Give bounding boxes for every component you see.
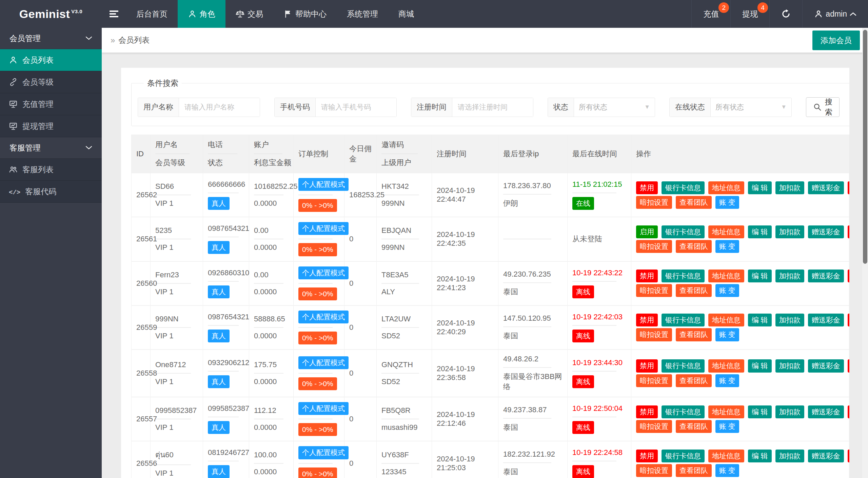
op-gift-button[interactable]: 赠送彩金 (808, 359, 844, 372)
refresh-button[interactable] (769, 0, 802, 28)
op-gift-button[interactable]: 赠送彩金 (808, 405, 844, 418)
recharge-nav-item[interactable]: 充值 2 (691, 0, 730, 28)
op-edit-button[interactable]: 编 辑 (748, 359, 772, 372)
op-bank-button[interactable]: 银行卡信息 (662, 314, 705, 326)
op-refresh-qr-button[interactable]: 刷新二维码 (848, 270, 849, 282)
op-account-change-button[interactable]: 账 变 (715, 420, 739, 433)
user-menu[interactable]: admin (802, 0, 868, 28)
nav-item-5[interactable]: 商城 (388, 0, 424, 28)
op-gift-button[interactable]: 赠送彩金 (808, 314, 844, 326)
op-bank-button[interactable]: 银行卡信息 (662, 270, 705, 282)
op-disable-button[interactable]: 禁用 (636, 270, 658, 282)
op-gift-button[interactable]: 赠送彩金 (808, 181, 844, 194)
order-percent-badge[interactable]: 0% - >0% (298, 332, 337, 344)
username-input[interactable] (179, 98, 260, 117)
order-percent-badge[interactable]: 0% - >0% (298, 423, 337, 436)
sidebar-item[interactable]: 会员列表 (0, 49, 102, 71)
op-address-button[interactable]: 地址信息 (708, 225, 744, 238)
op-view-team-button[interactable]: 查看团队 (676, 284, 712, 297)
sidebar-collapse-button[interactable] (102, 0, 126, 28)
op-enable-button[interactable]: 启用 (636, 225, 658, 238)
op-account-change-button[interactable]: 账 变 (715, 284, 739, 297)
op-view-team-button[interactable]: 查看团队 (676, 374, 712, 387)
op-edit-button[interactable]: 编 辑 (748, 405, 772, 418)
op-edit-button[interactable]: 编 辑 (748, 314, 772, 326)
sidebar-group-0[interactable]: 会员管理 (0, 28, 102, 49)
op-account-change-button[interactable]: 账 变 (715, 240, 739, 253)
op-refresh-qr-button[interactable]: 刷新二维码 (848, 181, 849, 194)
op-refresh-qr-button[interactable]: 刷新二维码 (848, 314, 849, 326)
op-hidden-deduct-button[interactable]: 暗扣设置 (636, 284, 672, 297)
personal-config-badge[interactable]: 个人配置模式 (298, 311, 349, 323)
op-gift-button[interactable]: 赠送彩金 (808, 270, 844, 282)
op-refresh-qr-button[interactable]: 刷新二维码 (848, 225, 849, 238)
personal-config-badge[interactable]: 个人配置模式 (298, 356, 349, 369)
op-edit-button[interactable]: 编 辑 (748, 450, 772, 462)
page-scrollbar[interactable] (862, 28, 868, 478)
op-view-team-button[interactable]: 查看团队 (676, 240, 712, 253)
sidebar-item[interactable]: 充值管理 (0, 93, 102, 115)
order-percent-badge[interactable]: 0% - >0% (298, 287, 337, 300)
status-select[interactable]: 所有状态 ▼ (574, 98, 655, 117)
nav-item-0[interactable]: 后台首页 (126, 0, 178, 28)
nav-item-2[interactable]: 交易 (225, 0, 273, 28)
op-hidden-deduct-button[interactable]: 暗扣设置 (636, 374, 672, 387)
nav-item-4[interactable]: 系统管理 (337, 0, 388, 28)
add-member-button[interactable]: 添加会员 (812, 31, 860, 50)
op-hidden-deduct-button[interactable]: 暗扣设置 (636, 464, 672, 477)
op-hidden-deduct-button[interactable]: 暗扣设置 (636, 196, 672, 209)
op-refresh-qr-button[interactable]: 刷新二维码 (848, 359, 849, 372)
op-view-team-button[interactable]: 查看团队 (676, 196, 712, 209)
sidebar-item[interactable]: 提现管理 (0, 115, 102, 137)
personal-config-badge[interactable]: 个人配置模式 (298, 402, 349, 415)
op-adjust-button[interactable]: 加扣款 (775, 314, 804, 326)
op-hidden-deduct-button[interactable]: 暗扣设置 (636, 420, 672, 433)
order-percent-badge[interactable]: 0% - >0% (298, 243, 337, 256)
order-percent-badge[interactable]: 0% - >0% (298, 467, 337, 478)
op-hidden-deduct-button[interactable]: 暗扣设置 (636, 328, 672, 341)
op-disable-button[interactable]: 禁用 (636, 405, 658, 418)
phone-input[interactable] (316, 98, 396, 117)
withdraw-nav-item[interactable]: 提现 4 (730, 0, 769, 28)
order-percent-badge[interactable]: 0% - >0% (298, 199, 337, 212)
personal-config-badge[interactable]: 个人配置模式 (298, 178, 349, 191)
op-account-change-button[interactable]: 账 变 (715, 196, 739, 209)
sidebar-item[interactable]: 会员等级 (0, 71, 102, 93)
op-refresh-qr-button[interactable]: 刷新二维码 (848, 450, 849, 462)
op-refresh-qr-button[interactable]: 刷新二维码 (848, 405, 849, 418)
personal-config-badge[interactable]: 个人配置模式 (298, 222, 349, 235)
op-disable-button[interactable]: 禁用 (636, 314, 658, 326)
op-gift-button[interactable]: 赠送彩金 (808, 450, 844, 462)
op-account-change-button[interactable]: 账 变 (715, 374, 739, 387)
nav-item-1[interactable]: 角色 (178, 0, 225, 28)
op-adjust-button[interactable]: 加扣款 (775, 225, 804, 238)
op-edit-button[interactable]: 编 辑 (748, 225, 772, 238)
search-button[interactable]: 搜索 (806, 97, 840, 117)
online-status-select[interactable]: 所有状态 ▼ (711, 98, 791, 117)
sidebar-item[interactable]: 客服列表 (0, 159, 102, 181)
op-view-team-button[interactable]: 查看团队 (676, 328, 712, 341)
op-hidden-deduct-button[interactable]: 暗扣设置 (636, 240, 672, 253)
op-address-button[interactable]: 地址信息 (708, 450, 744, 462)
op-bank-button[interactable]: 银行卡信息 (662, 225, 705, 238)
order-percent-badge[interactable]: 0% - >0% (298, 377, 337, 390)
personal-config-badge[interactable]: 个人配置模式 (298, 446, 349, 459)
op-view-team-button[interactable]: 查看团队 (676, 420, 712, 433)
op-adjust-button[interactable]: 加扣款 (775, 405, 804, 418)
op-adjust-button[interactable]: 加扣款 (775, 181, 804, 194)
op-adjust-button[interactable]: 加扣款 (775, 450, 804, 462)
op-adjust-button[interactable]: 加扣款 (775, 359, 804, 372)
scrollbar-thumb[interactable] (863, 30, 867, 264)
personal-config-badge[interactable]: 个人配置模式 (298, 266, 349, 279)
op-account-change-button[interactable]: 账 变 (715, 328, 739, 341)
op-bank-button[interactable]: 银行卡信息 (662, 181, 705, 194)
op-disable-button[interactable]: 禁用 (636, 359, 658, 372)
op-address-button[interactable]: 地址信息 (708, 270, 744, 282)
op-edit-button[interactable]: 编 辑 (748, 181, 772, 194)
op-account-change-button[interactable]: 账 变 (715, 464, 739, 477)
op-view-team-button[interactable]: 查看团队 (676, 464, 712, 477)
sidebar-group-1[interactable]: 客服管理 (0, 137, 102, 159)
op-address-button[interactable]: 地址信息 (708, 405, 744, 418)
op-address-button[interactable]: 地址信息 (708, 359, 744, 372)
regtime-input[interactable] (452, 98, 533, 117)
